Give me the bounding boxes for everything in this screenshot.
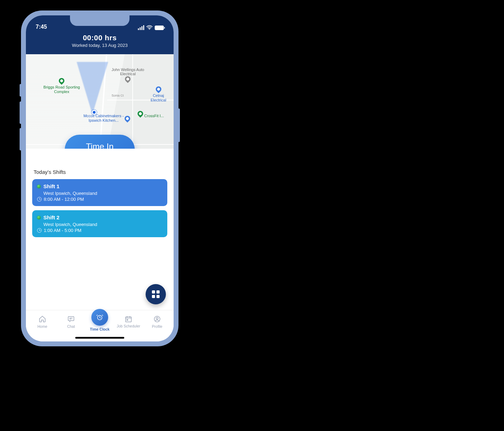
- todays-shifts-title: Today's Shifts: [34, 169, 166, 175]
- map[interactable]: Sonia Ct Briggs Road Sporting Complex Jo…: [26, 54, 174, 149]
- worked-today-header: 00:00 hrs Worked today, 13 Aug 2023: [26, 31, 174, 54]
- home-indicator[interactable]: [75, 337, 124, 339]
- shift-name: Shift 1: [43, 183, 59, 189]
- shift-status-dot-icon: [37, 185, 41, 188]
- shift-location: West Ipswich, Queensland: [43, 222, 162, 227]
- nav-time-clock[interactable]: Time Clock: [85, 313, 114, 331]
- road-label-sonia: Sonia Ct: [112, 94, 124, 97]
- map-pin-icon: [124, 75, 132, 83]
- svg-point-5: [156, 317, 158, 319]
- svg-rect-3: [126, 317, 132, 322]
- home-icon: [38, 315, 46, 323]
- svg-rect-1: [68, 317, 74, 321]
- map-poi-mccoll[interactable]: Mccoll Cabinetmakers - Ipswich Kitchen..…: [79, 114, 128, 122]
- time-in-label: Time In: [86, 142, 113, 149]
- map-pin-icon: [58, 77, 66, 85]
- map-poi-wellings[interactable]: John Wellings Auto Electrical: [108, 68, 147, 84]
- map-pin-icon: [136, 110, 145, 118]
- nav-home[interactable]: Home: [28, 313, 57, 328]
- clock-icon: [37, 228, 42, 233]
- map-pin-icon: [154, 85, 162, 93]
- alarm-clock-icon: [96, 313, 104, 321]
- profile-icon: [153, 315, 161, 323]
- shift-name: Shift 2: [43, 214, 59, 220]
- cellular-icon: [138, 25, 144, 30]
- status-time: 7:45: [36, 24, 47, 30]
- chat-icon: [67, 315, 75, 323]
- phone-notch: [70, 15, 130, 26]
- svg-point-0: [149, 29, 150, 29]
- phone-frame: 7:45 00:00 hrs Worked today, 13 Aug 2023…: [21, 10, 178, 346]
- shift-time-range: 1:00 AM - 5:00 PM: [44, 228, 82, 233]
- nav-chat[interactable]: Chat: [57, 313, 85, 328]
- apps-grid-icon: [152, 290, 160, 298]
- map-poi-crossfit[interactable]: CrossFit I...: [137, 111, 165, 118]
- wifi-icon: [146, 25, 153, 30]
- shift-status-dot-icon: [37, 216, 41, 219]
- map-poi-cetnaj[interactable]: Cetnaj Electrical: [146, 86, 171, 103]
- calendar-icon: [125, 315, 132, 323]
- apps-fab-button[interactable]: [146, 284, 166, 304]
- battery-icon: [155, 26, 164, 30]
- worked-today-subtitle: Worked today, 13 Aug 2023: [26, 43, 174, 48]
- nav-job-scheduler[interactable]: Job Scheduler: [114, 313, 143, 328]
- nav-profile[interactable]: Profile: [143, 313, 172, 328]
- shift-card[interactable]: Shift 2 West Ipswich, Queensland 1:00 AM…: [32, 210, 167, 237]
- current-location-dot: [92, 110, 97, 115]
- location-heading-beam: [77, 62, 108, 114]
- bottom-nav: Home Chat Time Clock: [26, 310, 174, 341]
- shift-location: West Ipswich, Queensland: [43, 191, 162, 196]
- clock-icon: [37, 197, 42, 202]
- hours-worked: 00:00 hrs: [26, 34, 174, 42]
- time-in-button[interactable]: Time In Shift 1: [65, 135, 135, 149]
- shift-time-range: 8:00 AM - 12:00 PM: [44, 197, 84, 202]
- shift-card[interactable]: Shift 1 West Ipswich, Queensland 8:00 AM…: [32, 179, 167, 206]
